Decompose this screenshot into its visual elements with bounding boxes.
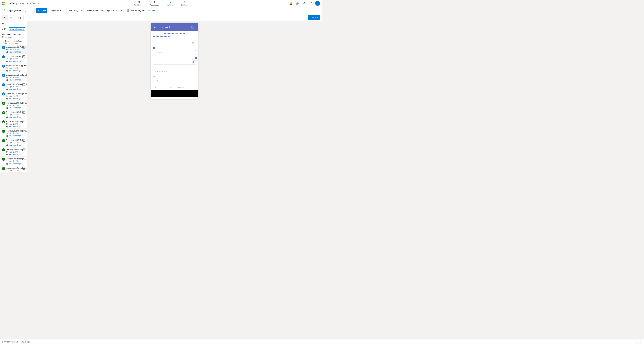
element-checkbox-4[interactable] <box>22 74 25 76</box>
view-recordings-link-3[interactable]: 📹 View recordings <box>6 70 25 72</box>
nav-recordings[interactable]: ⏺ Recordings <box>148 0 160 7</box>
share-button[interactable]: 🔗 <box>295 1 300 6</box>
element-item-11[interactable]: 11 FrameLayout(0)>TextInputEditTex... 23… <box>0 138 27 147</box>
element-item-3[interactable]: 3 ActionMenuView(0)>LinearLayo... 458 ta… <box>0 64 27 73</box>
heatmap-dot-3 <box>192 61 194 63</box>
last30-chip[interactable]: Last 30 days ✕ <box>66 8 84 13</box>
nav-dashboard[interactable]: ⊞ Dashboard <box>133 0 144 7</box>
element-checkbox-6[interactable] <box>22 92 25 95</box>
field-value-dots-5: · <box>155 80 155 82</box>
element-checkbox-5[interactable] <box>22 83 25 86</box>
screen-chip[interactable]: Visited screen: ShoppingMainActivity ✕ <box>85 8 124 13</box>
element-item-13[interactable]: 13 Toolbar(0)>ActionMenuView(0) 227 taps… <box>0 156 27 166</box>
phone-back-button[interactable]: ← <box>154 26 156 29</box>
notification-button[interactable]: 🔔 <box>288 1 294 6</box>
panel-collapse-icon[interactable]: ◀ <box>2 22 4 24</box>
view-recordings-link-5[interactable]: 📹 View recordings <box>6 88 25 90</box>
top-mode-button[interactable]: ▷ Top <box>14 15 23 20</box>
phone-cart-icon[interactable]: 🛒 <box>191 25 195 29</box>
element-checkbox-10[interactable] <box>22 130 25 132</box>
area-mode-button[interactable]: ▬ <box>8 15 14 20</box>
phone-field-6[interactable]: ·· 👁 <box>153 85 174 90</box>
element-checkbox-13[interactable] <box>22 158 25 160</box>
element-item-4[interactable]: 4 LinearLayout(0)>MaterialButton[0] 458 … <box>0 73 27 82</box>
view-recordings-link-7[interactable]: 📹 View recordings <box>6 107 25 109</box>
view-recordings-link-4[interactable]: 📹 View recordings <box>6 79 25 81</box>
rank-screen-only-checkbox[interactable] <box>2 41 4 43</box>
info-button[interactable]: ℹ <box>25 15 30 20</box>
search-clear-icon[interactable]: ✕ <box>31 9 33 12</box>
element-checkbox-3[interactable] <box>22 65 25 67</box>
demo-selector[interactable]: Clarity Apps Demo ▾ <box>19 2 40 5</box>
avatar[interactable]: U <box>315 1 320 6</box>
element-item-2[interactable]: 2 FrameLayout(0)>TextInputTex... 693 tap… <box>0 54 27 63</box>
element-title-11: FrameLayout(0)>TextInputEditTex... <box>6 139 22 141</box>
element-checkbox-9[interactable] <box>22 120 25 123</box>
segments-close-icon[interactable]: ✕ <box>62 10 64 11</box>
filters-chip[interactable]: ⚡ Filters <box>36 8 47 13</box>
element-item-10[interactable]: 10 FrameLayout(0)>TextInputEditTex... 23… <box>0 129 27 138</box>
element-checkbox-2[interactable] <box>22 56 25 58</box>
view-recordings-label-2: View recordings <box>9 60 21 62</box>
element-item-9[interactable]: 9 FrameLayout(0)>TextInputEditTex... 231… <box>0 119 27 128</box>
element-item-5[interactable]: 5 LinearLayout(0)>MaterialButton[0] 458 … <box>0 82 27 91</box>
top-label: Top <box>18 16 21 19</box>
screen-close-icon[interactable]: ✕ <box>121 10 122 11</box>
view-recordings-link-9[interactable]: 📹 View recordings <box>6 126 25 128</box>
element-checkbox-11[interactable] <box>22 139 25 142</box>
view-recordings-link-8[interactable]: 📹 View recordings <box>6 116 25 118</box>
s-dot-4 <box>157 36 158 37</box>
compare-button[interactable]: Compare <box>308 15 320 20</box>
dot-3 <box>166 33 168 34</box>
element-checkbox-1[interactable] <box>22 46 25 48</box>
nav-heatmaps[interactable]: 🌡 Heatmaps <box>165 0 176 7</box>
view-recordings-link-10[interactable]: 📹 View recordings <box>6 135 25 137</box>
ms-logo <box>2 2 6 5</box>
view-recordings-link-2[interactable]: 📹 View recordings <box>6 60 25 62</box>
clear-button[interactable]: ↺ Clear <box>148 9 156 12</box>
view-recordings-link-1[interactable]: 📹 View recordings <box>6 51 25 53</box>
search-icon: 🔍 <box>4 9 6 12</box>
nav-settings-label: Settings <box>181 4 188 6</box>
element-stats-9: 231 taps (2.27%) <box>6 123 22 125</box>
view-recordings-link-11[interactable]: 📹 View recordings <box>6 144 25 146</box>
segments-chip[interactable]: Segments ▾ ✕ <box>49 8 65 13</box>
element-stats-8: 231 taps (2.27%) <box>6 114 22 116</box>
view-recordings-link-6[interactable]: 📹 View recordings <box>6 98 25 100</box>
element-checkbox-14[interactable] <box>22 167 25 170</box>
element-item-7[interactable]: 7 FrameLayout(0)>TextInputEditTex... 231… <box>0 101 27 110</box>
screen-separator: of <box>4 28 6 30</box>
element-item-12[interactable]: 12 Toolbar(0)>AppCompatImageBut... 231 t… <box>0 147 27 156</box>
element-item-1[interactable]: 1 LinearLayout(0)>AppCompatIma... 693 ta… <box>0 45 27 54</box>
element-number-7: 7 <box>2 102 5 105</box>
element-checkbox-8[interactable] <box>22 111 25 114</box>
phone-field-1[interactable]: ·········· <box>153 40 196 45</box>
search-box[interactable]: 🔍 ✕ <box>2 8 34 13</box>
save-segment-button[interactable]: 💾 Save as segment <box>125 8 147 13</box>
video-icon-9: 📹 <box>6 126 8 128</box>
last30-close-icon[interactable]: ✕ <box>81 10 82 11</box>
show-all-screens-button[interactable]: Show all screens <box>8 28 25 30</box>
element-checkbox-7[interactable] <box>22 102 25 104</box>
click-mode-button[interactable]: ● <box>2 15 8 20</box>
dot-14 <box>181 33 182 34</box>
settings-button[interactable]: ⚙ <box>302 1 307 6</box>
element-item-8[interactable]: 8 FrameLayout(0)>TextInputTex... 231 tap… <box>0 110 27 119</box>
clear-label: Clear <box>151 9 156 12</box>
nav-settings[interactable]: ⚙ Settings <box>180 0 189 7</box>
s-dot-2 <box>154 36 155 37</box>
play-icon: ▷ <box>16 16 17 19</box>
phone-field-3[interactable]: ·········· Taps 693 6.81% 📷 <box>153 60 196 65</box>
search-input[interactable] <box>7 9 30 12</box>
view-recordings-link-13[interactable]: 📹 View recordings <box>6 163 25 165</box>
phone-field-7[interactable]: ·· ····· <box>175 85 196 90</box>
help-button[interactable]: ? <box>308 1 314 6</box>
view-recordings-link-12[interactable]: 📹 View recordings <box>6 154 25 156</box>
top-nav: Clarity Clarity Apps Demo ▾ ⊞ Dashboard … <box>0 0 322 7</box>
phone-field-5[interactable]: · <box>153 78 196 83</box>
element-checkbox-12[interactable] <box>22 148 25 151</box>
element-item-6[interactable]: 6 LinearLayout(0)>MaterialButton[0] 458 … <box>0 91 27 100</box>
element-item-14[interactable]: 14 LinearLayout(0)>LinearLayout(0) 225 t… <box>0 166 27 172</box>
phone-field-4[interactable]: ··················· <box>153 69 196 74</box>
phone-field-2[interactable]: ·· ······· <box>153 50 196 56</box>
